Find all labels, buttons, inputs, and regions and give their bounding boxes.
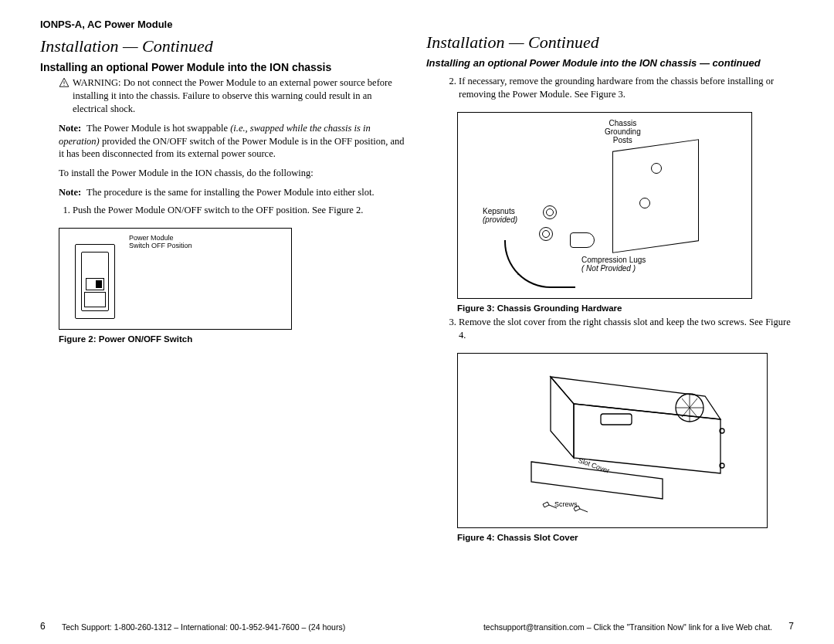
intro-para: To install the Power Module in the ION c… <box>59 167 408 180</box>
switch-icon <box>86 278 104 290</box>
fig2-label-line2: Switch OFF Position <box>129 242 192 249</box>
svg-point-1 <box>63 85 64 86</box>
fig2-caption: Figure 2: Power ON/OFF Switch <box>59 334 408 344</box>
svg-rect-3 <box>601 414 632 425</box>
right-page: Installation — Continued Installing an o… <box>417 19 803 621</box>
figure-2: Power Module Switch OFF Position <box>59 228 292 330</box>
fig3-wire-icon <box>504 240 575 288</box>
steps-left: Push the Power Module ON/OFF switch to t… <box>59 204 408 217</box>
subhead-left: Installing an optional Power Module into… <box>40 61 408 73</box>
fig4-drawing <box>458 354 767 527</box>
section-title-left: Installation — Continued <box>40 36 408 56</box>
fig3-kepsnut-icon <box>539 227 553 241</box>
note1-suffix: provided the ON/OFF switch of the Power … <box>59 136 405 160</box>
warning-label: WARNING: <box>73 77 121 88</box>
warning-body: Do not connect the Power Module to an ex… <box>73 77 392 114</box>
fig4-label-screws: Screws <box>554 500 578 508</box>
fig3-chassis-l3: Posts <box>613 136 632 144</box>
fig3-caption: Figure 3: Chassis Grounding Hardware <box>457 303 794 313</box>
fig3-plate <box>612 139 699 253</box>
note1-label: Note: <box>59 123 81 134</box>
warning-text: WARNING: Do not connect the Power Module… <box>73 76 408 116</box>
svg-line-7 <box>580 509 588 512</box>
figure-4: Slot Cover Screws <box>457 353 768 528</box>
fig3-chassis-l1: Chassis <box>609 119 637 127</box>
fig3-lug-l1: Compression Lugs <box>581 256 646 264</box>
note2-text: The procedure is the same for installing… <box>84 187 374 198</box>
warning-block: WARNING: Do not connect the Power Module… <box>59 76 408 116</box>
step-2: If necessary, remove the grounding hardw… <box>459 75 794 101</box>
fig3-post-icon <box>651 163 662 174</box>
fig3-label-lugs: Compression Lugs ( Not Provided ) <box>581 256 646 273</box>
step-3: Remove the slot cover from the right cha… <box>459 316 794 342</box>
page-number-right: 7 <box>788 621 794 632</box>
subhead-right: Installing an optional Power Module into… <box>426 57 794 69</box>
steps-right-a: If necessary, remove the grounding hardw… <box>445 75 794 101</box>
page-number-left: 6 <box>40 621 46 632</box>
fig3-kepsnut-icon <box>543 205 557 219</box>
fig3-label-kepsnuts: Kepsnuts (provided) <box>483 207 517 224</box>
footer-left: Tech Support: 1-800-260-1312 – Internati… <box>62 622 345 632</box>
fig2-inline-label: Power Module Switch OFF Position <box>129 235 192 250</box>
step-1: Push the Power Module ON/OFF switch to t… <box>73 204 408 217</box>
fig3-chassis-l2: Grounding <box>605 127 641 136</box>
section-title-right: Installation — Continued <box>426 32 794 53</box>
note1-prefix: The Power Module is hot swappable <box>84 123 230 134</box>
left-page: IONPS-A, AC Power Module Installation — … <box>31 19 417 621</box>
fig3-lug-l2: ( Not Provided ) <box>581 264 636 273</box>
plug-icon <box>84 292 106 307</box>
doc-header: IONPS-A, AC Power Module <box>40 19 408 30</box>
footer-right: techsupport@transition.com – Click the "… <box>483 622 772 632</box>
fig3-label-chassis: Chassis Grounding Posts <box>605 119 641 144</box>
fig2-label-line1: Power Module <box>129 234 174 242</box>
fig3-kep-l2: (provided) <box>483 215 517 224</box>
note-2: Note: The procedure is the same for inst… <box>59 186 408 199</box>
note2-label: Note: <box>59 187 81 198</box>
warning-icon <box>59 77 70 88</box>
fig3-kep-l1: Kepsnuts <box>483 207 515 215</box>
figure-3: Chassis Grounding Posts Kepsnuts (provid… <box>457 112 752 299</box>
fig4-caption: Figure 4: Chassis Slot Cover <box>457 533 794 542</box>
steps-right-b: Remove the slot cover from the right cha… <box>445 316 794 342</box>
fig3-post-icon <box>639 198 650 208</box>
note-1: Note: The Power Module is hot swappable … <box>59 122 408 161</box>
